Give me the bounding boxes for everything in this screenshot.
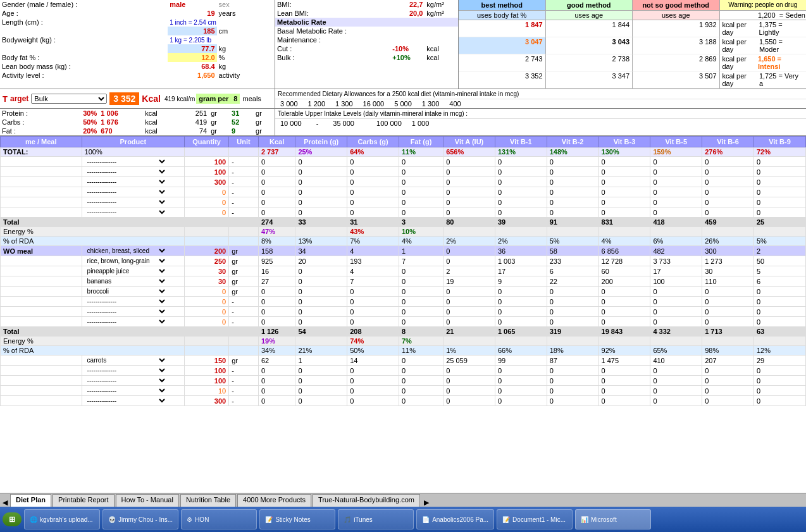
meal1-energy-pct-fat: 10% bbox=[399, 227, 443, 237]
total-vitb3-pct: 130% bbox=[598, 147, 650, 157]
meal3-row3-select[interactable]: -------------- bbox=[85, 376, 167, 385]
tul-val-1: 10 000 bbox=[275, 119, 307, 128]
taskbar-item-anabolics[interactable]: 📄 Anabolics2006 Pa... bbox=[416, 509, 494, 529]
meal2-rda-vitb2: 18% bbox=[547, 346, 598, 356]
target-macros-section: T arget Bulk Cut Maintenance 3 352 Kcal … bbox=[0, 89, 806, 109]
protein-unit: kcal bbox=[143, 109, 177, 118]
bodyfat-label: Body fat % : bbox=[0, 53, 168, 62]
table-row: broccoli 0 gr 00000000000 bbox=[1, 287, 806, 297]
chrome-icon: 🌐 bbox=[30, 516, 37, 523]
taskbar-item-hon[interactable]: ⚙ HON bbox=[181, 509, 257, 529]
maintenance-row: 3 047 3 043 3 188 kcal per day1,550 = Mo… bbox=[459, 37, 806, 54]
main-table-container[interactable]: me / Meal Product Quantity Unit Kcal Pro… bbox=[0, 136, 806, 406]
carbs-gr: gr bbox=[209, 118, 230, 127]
total-vita-pct: 656% bbox=[443, 147, 495, 157]
meal2-total-fat: 8 bbox=[399, 327, 443, 337]
table-row: -------------- 0 - 00000000000 bbox=[1, 317, 806, 327]
rda-val-1: 3 000 bbox=[275, 99, 303, 108]
good-sublabel: uses age bbox=[546, 11, 633, 20]
tab-how-to-manual[interactable]: How To - Manual bbox=[116, 494, 179, 507]
warn-val2: kcal per day1,375 = Lightly bbox=[720, 20, 807, 37]
tab-printable-report[interactable]: Printable Report bbox=[53, 494, 115, 507]
upper-info: Gender (male / female) : male sex Age : … bbox=[0, 0, 806, 89]
tab-nutrition-table[interactable]: Nutrition Table bbox=[180, 494, 236, 507]
carbs-rda-unit: gr bbox=[254, 118, 275, 127]
lbm-value: 68.4 bbox=[168, 62, 216, 71]
meal1-total-vitb6: 459 bbox=[702, 218, 754, 227]
start-button[interactable]: ⊞ bbox=[3, 512, 22, 526]
sheet-scroll-left[interactable]: ◀ bbox=[0, 498, 10, 507]
protein-label: Protein : bbox=[0, 109, 62, 118]
meal1-total-vitb5: 418 bbox=[650, 218, 702, 227]
age-label: Age : bbox=[0, 9, 168, 18]
weight-label: Bodyweight (kg) : bbox=[0, 35, 168, 44]
target-dropdown[interactable]: Bulk Cut Maintenance bbox=[31, 94, 107, 104]
fat-grams: 74 bbox=[177, 127, 209, 135]
taskbar-item-chrome[interactable]: 🌐 kgvbrah's upload... bbox=[24, 509, 100, 529]
cut-label: Cut : bbox=[275, 44, 390, 53]
taskbar-item-excel[interactable]: 📊 Microsoft bbox=[575, 509, 651, 529]
meal2-total-vitb1: 1 065 bbox=[495, 327, 547, 337]
word-icon: 📝 bbox=[502, 516, 510, 523]
meal1-row6-select[interactable]: -------------- bbox=[85, 208, 167, 216]
cut-pct: -10% bbox=[390, 44, 425, 53]
meal2-row2-select[interactable]: rice, brown, long-grain bbox=[85, 257, 167, 265]
meal3-row2-select[interactable]: -------------- bbox=[85, 366, 167, 374]
taskbar-item-word[interactable]: 📝 Document1 - Mic... bbox=[497, 509, 573, 529]
not-good-bulk: 3 507 bbox=[633, 71, 720, 89]
height-note: 1 inch = 2.54 cm bbox=[168, 18, 275, 27]
meal1-row1-product: -------------- bbox=[82, 157, 184, 167]
meal1-rda-row: % of RDA 8% 13% 7% 4% 2% 2% 5% 4% 6% 26%… bbox=[1, 237, 806, 246]
carbs-grams: 419 bbox=[177, 118, 209, 127]
table-row: -------------- 10 - 00000000000 bbox=[1, 386, 806, 396]
meal2-rda-vitb3: 92% bbox=[598, 346, 650, 356]
meal2-row6-select[interactable]: -------------- bbox=[85, 297, 167, 306]
meal2-row7-select[interactable]: -------------- bbox=[85, 307, 167, 316]
table-row: -------------- 0 - 00000000000 bbox=[1, 297, 806, 307]
not-good-cut: 2 869 bbox=[633, 54, 720, 71]
meal1-row3-select[interactable]: -------------- bbox=[85, 178, 167, 186]
meal2-row1-select[interactable]: chicken, breast, sliced bbox=[85, 247, 167, 255]
target-label2: arget bbox=[10, 93, 28, 104]
col-header-unit: Unit bbox=[229, 137, 259, 147]
macros-section: Protein : 30% 1 006 kcal 251 gr 31 gr Ca… bbox=[0, 109, 806, 136]
fat-rda-unit: gr bbox=[254, 127, 275, 135]
weight-unit: kg bbox=[217, 44, 275, 53]
tab-diet-plan[interactable]: Diet Plan bbox=[10, 494, 51, 507]
meal2-row4-select[interactable]: bananas bbox=[85, 277, 167, 285]
total-vitb6-pct: 276% bbox=[702, 147, 754, 157]
personal-info-panel: Gender (male / female) : male sex Age : … bbox=[0, 0, 275, 89]
tab-website[interactable]: True-Natural-Bodybuilding.com bbox=[313, 494, 420, 507]
meal1-total-kcal: 274 bbox=[258, 218, 295, 227]
meal3-row5-select[interactable]: -------------- bbox=[85, 397, 167, 405]
meal3-row4-select[interactable]: -------------- bbox=[85, 387, 167, 395]
meal2-total-vita: 21 bbox=[443, 327, 495, 337]
meal1-row4-select[interactable]: -------------- bbox=[85, 188, 167, 196]
table-row: -------------- 0 - 00000000000 bbox=[1, 187, 806, 197]
table-row: -------------- 300 - 00000000000 bbox=[1, 177, 806, 187]
cut-kcal: kcal bbox=[425, 44, 458, 53]
taskbar-item-jimmy[interactable]: 💀 Jimmy Chou - Ins... bbox=[102, 509, 178, 529]
taskbar-item-sticky[interactable]: 📝 Sticky Notes bbox=[259, 509, 335, 529]
gender-value: male bbox=[168, 0, 216, 9]
taskbar-item-itunes[interactable]: 🎵 iTunes bbox=[338, 509, 414, 529]
col-header-kcal: Kcal bbox=[258, 137, 295, 147]
meal3-row1-select[interactable]: carrots bbox=[85, 356, 167, 364]
meal2-energy-row: Energy % 19% 74% 7% bbox=[1, 337, 806, 346]
meal1-row1-select[interactable]: -------------- bbox=[85, 158, 167, 166]
meal2-row5-select[interactable]: broccoli bbox=[85, 287, 167, 295]
taskbar: ⊞ 🌐 kgvbrah's upload... 💀 Jimmy Chou - I… bbox=[0, 507, 806, 532]
meal2-row3-select[interactable]: pineapple juice bbox=[85, 267, 167, 275]
meal1-row1-qty: 100 bbox=[185, 157, 229, 167]
protein-gr: gr bbox=[209, 109, 230, 118]
methods-headers: best method good method not so good meth… bbox=[459, 0, 806, 11]
col-header-vitb1: Vit B-1 bbox=[495, 137, 547, 147]
meal1-row5-select[interactable]: -------------- bbox=[85, 198, 167, 206]
tab-4000-products[interactable]: 4000 More Products bbox=[237, 494, 311, 507]
meal1-row2-select[interactable]: -------------- bbox=[85, 168, 167, 176]
sheet-scroll-right[interactable]: ▶ bbox=[421, 498, 431, 507]
meal2-row8-select[interactable]: -------------- bbox=[85, 318, 167, 326]
meal1-energy-label: Energy % bbox=[1, 227, 185, 237]
good-bmr: 1 844 bbox=[546, 20, 633, 37]
not-good-method-header: not so good method bbox=[633, 0, 720, 11]
